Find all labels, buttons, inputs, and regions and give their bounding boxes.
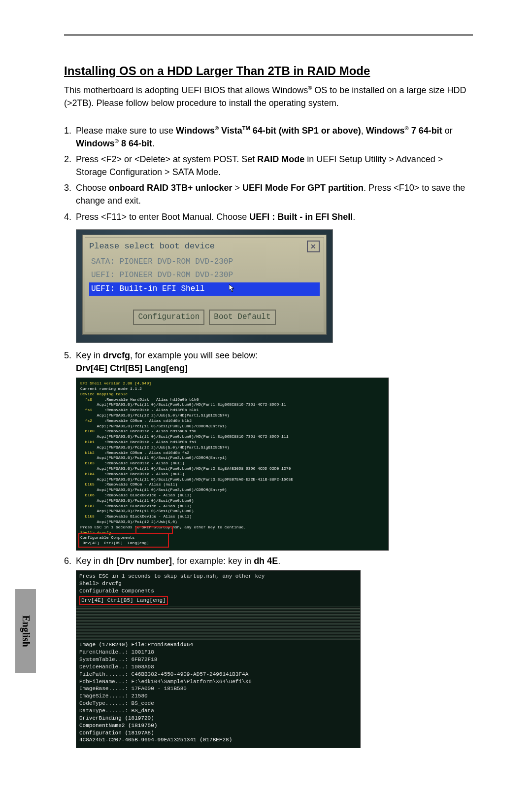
step-6: Key in dh [Drv number], for example: key…	[64, 555, 473, 567]
step-1: Please make sure to use Windows® VistaTM…	[64, 124, 473, 150]
page-heading: Installing OS on a HDD Larger Than 2TB i…	[64, 63, 473, 80]
cursor-icon	[229, 284, 235, 292]
step-3: Choose onboard RAID 3TB+ unlocker > UEFI…	[64, 181, 473, 207]
close-icon[interactable]: ✕	[307, 241, 320, 252]
highlight-box: Drv[4E] Ctrl[B5] Lang[eng]	[79, 596, 168, 605]
rule-top	[64, 35, 473, 35]
screenshot-efi-shell: EFI Shell version 2.00 [4.640] Current r…	[76, 378, 389, 551]
svg-marker-0	[229, 284, 234, 292]
highlight-box	[135, 526, 173, 534]
boot-option[interactable]: UEFI: PIONEER DVD-ROM DVD-230P	[89, 269, 320, 282]
intro-paragraph: This motherboard is adopting UEFI BIOS t…	[64, 84, 473, 109]
step-5: Key in drvcfg, for example you will see …	[64, 349, 473, 375]
boot-option[interactable]: SATA: PIONEER DVD-ROM DVD-230P	[89, 255, 320, 269]
screenshot-dh-output: Press ESC in 1 seconds to skip startup.n…	[76, 570, 361, 748]
boot-default-button[interactable]: Boot Default	[209, 310, 275, 325]
dialog-title: Please select boot device	[89, 241, 303, 253]
noise-region	[76, 606, 360, 640]
step-4: Press <F11> to enter Boot Manual. Choose…	[64, 210, 473, 223]
configuration-button[interactable]: Configuration	[133, 310, 204, 325]
step-2: Press <F2> or <Delete> at system POST. S…	[64, 153, 473, 178]
language-tab: English	[15, 589, 36, 673]
highlight-box	[78, 533, 169, 548]
screenshot-boot-device: Please select boot device ✕ SATA: PIONEE…	[76, 229, 333, 343]
boot-option-selected[interactable]: UEFI: Built-in EFI Shell	[89, 282, 320, 296]
